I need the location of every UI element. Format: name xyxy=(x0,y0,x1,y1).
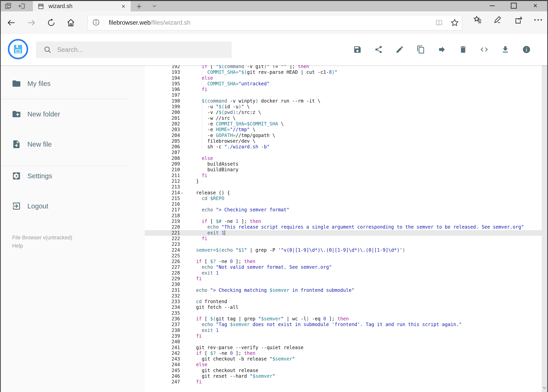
save-icon[interactable] xyxy=(353,45,362,54)
code-line[interactable]: 206 sh -c "./wizard.sh -b" xyxy=(145,144,542,150)
code-line[interactable]: 241git rev-parse --verify --quiet releas… xyxy=(145,345,542,350)
code-line[interactable]: 199 -u "$(id -u)" \ xyxy=(145,104,542,110)
code-line[interactable]: 224semver=$(echo "$1" | grep -P '^v(0|[1… xyxy=(145,247,542,253)
rename-pencil-icon[interactable] xyxy=(395,45,404,54)
code-line[interactable]: 210 buildBinary xyxy=(145,167,542,173)
code-line[interactable]: 192 if [ "$(command -v git)" != "" ]; th… xyxy=(145,65,542,70)
search-input[interactable] xyxy=(57,46,222,54)
reading-view-icon[interactable] xyxy=(435,19,443,27)
code-line[interactable]: 245 git checkout release xyxy=(145,368,542,373)
code-line[interactable]: 232 xyxy=(145,293,542,299)
code-line[interactable]: 236if [ $(git tag | grep "$semver" | wc … xyxy=(145,316,542,322)
code-line[interactable]: 233cd frontend xyxy=(145,299,542,305)
tab-list-chevron-icon[interactable] xyxy=(151,3,158,9)
code-line[interactable]: 201 -w //src \ xyxy=(145,115,542,121)
code-line[interactable]: 228 exit 1 xyxy=(145,270,542,276)
hub-favorites-icon[interactable] xyxy=(473,15,482,24)
code-line[interactable]: 220 echo "This release script requires a… xyxy=(145,224,542,230)
code-line[interactable]: 214▾release () { xyxy=(145,190,542,196)
code-line[interactable]: 238 exit 1 xyxy=(145,328,542,333)
code-line[interactable]: 211 fi xyxy=(145,173,542,178)
code-line[interactable]: 218 xyxy=(145,213,542,219)
url-text[interactable]: filebrowser.web/files/wizard.sh xyxy=(109,19,190,26)
home-icon[interactable] xyxy=(67,18,75,27)
new-tab-button[interactable]: + xyxy=(137,1,142,11)
tab-close-icon[interactable]: × xyxy=(121,3,125,9)
back-icon[interactable] xyxy=(7,18,16,27)
forward-icon[interactable] xyxy=(27,18,36,27)
fold-arrow-icon[interactable]: ▾ xyxy=(181,190,183,196)
code-line[interactable]: 237 echo "Tag $semver does not exist in … xyxy=(145,322,542,327)
code-line[interactable]: 227 echo "Not valid semver format. See s… xyxy=(145,264,542,270)
code-line[interactable]: 200 -v /$(pwd):/src:z \ xyxy=(145,110,542,115)
code-line[interactable]: 222 fi xyxy=(145,236,542,242)
code-line[interactable]: 194 else xyxy=(145,75,542,81)
share-icon[interactable] xyxy=(514,15,523,24)
code-line[interactable]: 231echo "> Checking matching $semver in … xyxy=(145,287,542,293)
code-line[interactable]: 242if [ $? -ne 0 ]; then xyxy=(145,350,542,356)
code-line[interactable]: 226if [ $? -ne 0 ]; then xyxy=(145,259,542,264)
code-line[interactable]: 198 $(command -v winpty) docker run --rm… xyxy=(145,98,542,104)
code-line[interactable]: 213 xyxy=(145,184,542,190)
sidebar-item-settings[interactable]: Settings xyxy=(0,170,137,182)
code-line[interactable]: 230 xyxy=(145,282,542,287)
close-button[interactable]: × xyxy=(525,0,546,11)
maximize-button[interactable] xyxy=(503,0,525,11)
code-line[interactable]: 215 cd $REPO xyxy=(145,196,542,201)
sidebar-item-logout[interactable]: Logout xyxy=(0,200,137,212)
code-line[interactable]: 202 -e COMMIT_SHA=$COMMIT_SHA \ xyxy=(145,121,542,127)
sidebar-item-new-folder[interactable]: New folder xyxy=(0,108,137,120)
url-box[interactable]: filebrowser.web/files/wizard.sh xyxy=(88,15,462,30)
code-line[interactable]: 205 filebrowser/dev \ xyxy=(145,138,542,144)
code-line[interactable]: 219 if [ $# -ne 1 ]; then xyxy=(145,219,542,224)
filebrowser-logo-icon[interactable] xyxy=(8,39,28,59)
code-line[interactable]: 209 buildAssets xyxy=(145,161,542,167)
sidebar-item-new-file[interactable]: New file xyxy=(0,138,137,150)
site-info-icon[interactable] xyxy=(92,18,100,27)
share-file-icon[interactable] xyxy=(374,45,383,54)
code-line[interactable]: 229fi xyxy=(145,276,542,282)
code-line[interactable]: 247fi xyxy=(145,379,542,385)
info-icon[interactable] xyxy=(522,45,531,54)
minimize-button[interactable] xyxy=(481,0,503,11)
search-box[interactable] xyxy=(36,42,232,58)
source-view-icon[interactable] xyxy=(480,45,489,54)
refresh-icon[interactable] xyxy=(47,18,55,27)
code-line[interactable]: 239fi xyxy=(145,333,542,339)
code-editor[interactable]: 192 if [ "$(command -v git)" != "" ]; th… xyxy=(145,65,542,392)
page-scrollbar[interactable] xyxy=(542,35,547,392)
code-line[interactable]: 216 xyxy=(145,201,542,207)
code-line[interactable]: 217 echo "> Checking semver format" xyxy=(145,207,542,213)
code-line[interactable]: 235 xyxy=(145,310,542,316)
code-line[interactable]: 203 -e HOME="//tmp" \ xyxy=(145,127,542,133)
move-arrow-icon[interactable] xyxy=(438,45,446,54)
code-line[interactable]: 223 xyxy=(145,242,542,247)
code-line[interactable]: 193 COMMIT_SHA="$(git rev-parse HEAD | c… xyxy=(145,70,542,75)
browser-tab[interactable]: wizard.sh × xyxy=(33,1,131,11)
code-line[interactable]: 195 COMMIT_SHA="untracked" xyxy=(145,81,542,87)
code-line[interactable]: 207 xyxy=(145,150,542,155)
code-line[interactable]: 243 git checkout -b release "$semver" xyxy=(145,356,542,362)
code-line[interactable]: 197 xyxy=(145,92,542,98)
code-line[interactable]: 208 else xyxy=(145,156,542,161)
delete-trash-icon[interactable] xyxy=(459,45,467,54)
help-link[interactable]: Help xyxy=(12,242,72,250)
annotate-pen-icon[interactable] xyxy=(494,15,503,24)
code-line[interactable]: 244else xyxy=(145,362,542,368)
code-line[interactable]: 225 xyxy=(145,253,542,259)
code-line[interactable]: 204 -e GOPATH=//tmp/gopath \ xyxy=(145,133,542,138)
scroll-down-icon[interactable] xyxy=(542,385,547,390)
code-line[interactable]: 246 git reset --hard "$semver" xyxy=(145,373,542,379)
tab-preview-icon[interactable] xyxy=(4,2,12,10)
favorite-star-icon[interactable] xyxy=(451,19,459,27)
download-icon[interactable] xyxy=(501,45,510,54)
browser-menu-icon[interactable] xyxy=(534,15,543,24)
sidebar-item-my-files[interactable]: My files xyxy=(0,77,137,90)
set-tabs-aside-icon[interactable] xyxy=(18,2,26,10)
code-line[interactable]: 212} xyxy=(145,178,542,184)
code-line[interactable]: 234git fetch --all xyxy=(145,305,542,310)
code-line[interactable]: 240 xyxy=(145,339,542,345)
copy-icon[interactable] xyxy=(416,45,425,54)
code-line[interactable]: 196 fi xyxy=(145,87,542,92)
code-line[interactable]: 221 exit 1 xyxy=(145,230,542,236)
